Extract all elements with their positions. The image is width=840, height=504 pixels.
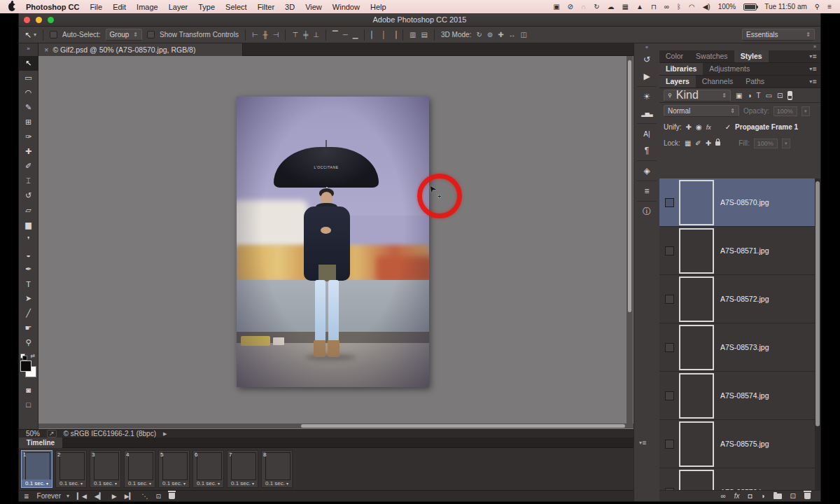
- layers-scrollbar-thumb[interactable]: [816, 181, 820, 426]
- filter-toggle-switch[interactable]: [788, 91, 792, 100]
- distribute-bottom-edges-icon[interactable]: ▁: [353, 31, 358, 38]
- convert-to-video-timeline-icon[interactable]: ≣: [24, 493, 29, 500]
- lock-transparency-icon[interactable]: ▦: [685, 139, 691, 147]
- document-tab[interactable]: × © Gif2.psd @ 50% (A7S-08570.jpg, RGB/8…: [38, 43, 243, 56]
- tool-zoom[interactable]: ⚲: [19, 335, 38, 350]
- align-right-edges-icon[interactable]: ⊣: [273, 31, 279, 38]
- menu-edit[interactable]: Edit: [113, 3, 126, 11]
- delete-layer-icon[interactable]: [804, 493, 811, 499]
- character-panel-icon[interactable]: A|: [634, 125, 659, 142]
- spotlight-search-icon[interactable]: ⚲: [815, 4, 820, 10]
- tool-hand[interactable]: ☛: [19, 321, 38, 335]
- previous-frame-button[interactable]: ◀▎: [94, 493, 104, 500]
- default-colors-icon[interactable]: [22, 356, 27, 360]
- notification-center-icon[interactable]: ≡: [827, 4, 832, 10]
- distribute-spacing-horizontal-icon[interactable]: ▤: [421, 31, 428, 38]
- opacity-caret-icon[interactable]: ▾: [802, 106, 810, 116]
- menu-window[interactable]: Window: [332, 3, 360, 11]
- frame-duration-dropdown[interactable]: 0.1 sec.▾: [227, 479, 258, 487]
- layer-thumbnail[interactable]: [679, 421, 714, 467]
- screen-mode-button[interactable]: □: [19, 397, 38, 412]
- panel-menu-icon[interactable]: ▾≣: [809, 53, 817, 59]
- filter-shape-layers-icon[interactable]: ▭: [766, 92, 772, 99]
- horizontal-scrollbar-thumb[interactable]: [301, 424, 625, 428]
- new-group-icon[interactable]: [774, 493, 782, 499]
- menu-filter[interactable]: Filter: [258, 3, 274, 11]
- 3d-orbit-icon[interactable]: ↻: [476, 31, 482, 38]
- timeline-frame-6[interactable]: 6 0.1 sec.▾: [192, 450, 224, 488]
- align-top-edges-icon[interactable]: ⊤: [292, 31, 298, 38]
- 3d-slide-icon[interactable]: ↔: [509, 31, 516, 38]
- timeline-frame-1[interactable]: 1 0.1 sec.▾: [21, 450, 52, 488]
- tool-crop[interactable]: ⊞: [19, 115, 38, 130]
- adjustments-panel-icon[interactable]: ☀: [634, 88, 659, 105]
- tool-rectangular-marquee[interactable]: ▭: [19, 71, 38, 85]
- wifi-icon[interactable]: ◠: [689, 4, 695, 10]
- filter-adjustment-layers-icon[interactable]: ◑: [747, 92, 751, 99]
- timeline-frame-2[interactable]: 2 0.1 sec.▾: [55, 450, 87, 488]
- menu-image[interactable]: Image: [136, 3, 158, 11]
- tab-paths[interactable]: Paths: [739, 76, 771, 88]
- 3d-scale-icon[interactable]: ◫: [521, 31, 527, 38]
- blend-mode-dropdown[interactable]: Normal ⇕: [664, 105, 739, 117]
- layer-row-a7s-08574[interactable]: A7S-08574.jpg: [659, 372, 820, 420]
- frame-duration-dropdown[interactable]: 0.1 sec.▾: [193, 479, 223, 487]
- layer-visibility-checkbox[interactable]: [665, 391, 674, 400]
- propagate-checkbox[interactable]: ✓: [725, 123, 731, 131]
- layer-visibility-checkbox[interactable]: [665, 295, 674, 304]
- fill-field[interactable]: 100%: [754, 139, 778, 148]
- airplay-icon[interactable]: ⊓: [651, 4, 657, 10]
- align-vertical-centers-icon[interactable]: ╪: [303, 31, 308, 38]
- loop-count-dropdown[interactable]: Forever ▾: [37, 492, 69, 500]
- tab-libraries[interactable]: Libraries: [659, 63, 703, 75]
- layer-row-a7s-08571[interactable]: A7S-08571.jpg: [659, 227, 820, 275]
- apple-logo-icon[interactable]: [8, 3, 15, 11]
- tab-timeline[interactable]: Timeline: [19, 438, 62, 448]
- frame-duration-dropdown[interactable]: 0.1 sec.▾: [22, 479, 52, 487]
- frame-duration-dropdown[interactable]: 0.1 sec.▾: [159, 479, 189, 487]
- fill-caret-icon[interactable]: ▾: [782, 139, 790, 148]
- properties-panel-icon[interactable]: ≡: [634, 183, 659, 200]
- lock-all-icon[interactable]: [715, 141, 720, 146]
- menu-photoshop[interactable]: Photoshop CC: [26, 3, 79, 11]
- vertical-scrollbar[interactable]: [626, 56, 633, 424]
- layer-row-a7s-08575[interactable]: A7S-08575.jpg: [659, 420, 820, 468]
- tool-clone-stamp[interactable]: ⌶: [19, 174, 38, 188]
- menu-select[interactable]: Select: [225, 3, 247, 11]
- unify-position-icon[interactable]: ✚: [686, 123, 692, 131]
- layer-thumbnail[interactable]: [679, 228, 714, 274]
- binoculars-icon[interactable]: ∞: [664, 4, 669, 10]
- lock-paint-icon[interactable]: ✐: [695, 139, 701, 147]
- first-frame-button[interactable]: ▎◀: [77, 493, 87, 500]
- quick-mask-button[interactable]: ◙: [19, 382, 38, 397]
- tool-eyedropper[interactable]: ✑: [19, 130, 38, 144]
- vertical-scrollbar-thumb[interactable]: [628, 60, 631, 312]
- cloud-icon[interactable]: ☁: [608, 4, 615, 10]
- duplicate-frame-button[interactable]: ⊡: [155, 493, 161, 500]
- tool-blur[interactable]: ❜: [19, 232, 38, 247]
- frame-duration-dropdown[interactable]: 0.1 sec.▾: [90, 479, 120, 487]
- menu-view[interactable]: View: [305, 3, 322, 11]
- foreground-color-swatch[interactable]: [20, 360, 31, 372]
- tab-channels[interactable]: Channels: [696, 76, 739, 88]
- share-icon[interactable]: ↗: [47, 430, 57, 438]
- panels-collapse-button[interactable]: »: [659, 43, 820, 50]
- tool-quick-selection[interactable]: ✎: [19, 100, 38, 115]
- layer-thumbnail[interactable]: [679, 180, 714, 225]
- dock-expand-button[interactable]: «: [634, 43, 659, 51]
- align-left-edges-icon[interactable]: ⊢: [252, 31, 258, 38]
- menu-help[interactable]: Help: [370, 3, 386, 11]
- sync-icon[interactable]: ↻: [594, 4, 599, 10]
- history-panel-icon[interactable]: ↺: [634, 51, 659, 68]
- histogram-panel-icon[interactable]: ▂▅▃: [634, 105, 659, 122]
- tools-collapse-button[interactable]: »: [19, 43, 38, 56]
- tab-styles[interactable]: Styles: [734, 50, 769, 62]
- tool-dodge[interactable]: ◒: [19, 247, 38, 262]
- layer-visibility-checkbox[interactable]: [665, 198, 674, 207]
- swap-colors-icon[interactable]: ⇄: [31, 353, 36, 359]
- distribute-right-edges-icon[interactable]: ▕: [391, 31, 396, 38]
- tool-gradient[interactable]: ▆: [19, 218, 38, 232]
- delete-frame-icon[interactable]: [169, 493, 175, 499]
- app-icon[interactable]: ▦: [622, 4, 629, 10]
- menu-3d[interactable]: 3D: [285, 3, 295, 11]
